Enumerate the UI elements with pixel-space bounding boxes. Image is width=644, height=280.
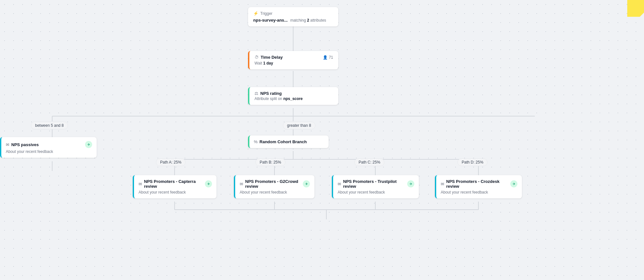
- crozdesk-title: NPS Promoters - Crozdesk review: [446, 179, 510, 189]
- g2crowd-header: ✉ NPS Promoters - G2Crowd review ✈: [240, 179, 310, 189]
- trustpilot-title: NPS Promoters - Trustpilot review: [343, 179, 407, 189]
- time-delay-header: ⏱ Time Delay 👤 71: [255, 55, 333, 60]
- crozdesk-icon: ✉: [441, 182, 444, 186]
- nps-rating-title: NPS rating: [260, 91, 282, 96]
- trigger-header: ⚡ Trigger: [253, 11, 333, 16]
- count-value: 71: [329, 55, 333, 60]
- capterra-title: NPS Promoters - Capterra review: [144, 179, 205, 189]
- capterra-subtitle: About your recent feedback: [139, 190, 212, 195]
- g2crowd-send-icon: ✈: [303, 180, 310, 187]
- nps-passives-icon: ✉: [6, 142, 9, 147]
- random-cohort-title: Random Cohort Branch: [260, 139, 307, 144]
- nps-passives-subtitle: About your recent feedback: [6, 149, 92, 154]
- nps-passives-node[interactable]: ✉ NPS passives ✈ About your recent feedb…: [0, 137, 97, 158]
- time-delay-subtitle: Wait 1 day: [255, 61, 333, 65]
- path-d-label: Path D: 25%: [457, 158, 487, 166]
- crozdesk-node[interactable]: ✉ NPS Promoters - Crozdesk review ✈ Abou…: [435, 175, 522, 198]
- capterra-icon: ✉: [139, 182, 142, 186]
- trigger-name: nps-survey-ans...: [253, 18, 288, 23]
- time-delay-title-row: ⏱ Time Delay: [255, 55, 283, 60]
- nps-rating-node[interactable]: ⚖ NPS rating Attribute split on nps_scor…: [248, 87, 338, 105]
- nps-rating-subtitle: Attribute split on nps_score: [255, 96, 333, 101]
- crozdesk-title-row: ✉ NPS Promoters - Crozdesk review: [441, 179, 510, 189]
- g2crowd-node[interactable]: ✉ NPS Promoters - G2Crowd review ✈ About…: [234, 175, 314, 198]
- nps-passives-title: NPS passives: [11, 142, 39, 147]
- g2crowd-title-row: ✉ NPS Promoters - G2Crowd review: [240, 179, 303, 189]
- time-delay-icon: ⏱: [255, 55, 259, 60]
- trigger-icon: ⚡: [253, 11, 258, 16]
- branch-greater-label: greater than 8: [283, 122, 315, 129]
- trigger-match: matching 2 attributes: [290, 18, 326, 23]
- random-cohort-node[interactable]: % Random Cohort Branch: [248, 135, 329, 148]
- sticky-note: [627, 0, 644, 17]
- trustpilot-send-icon: ✈: [407, 180, 414, 187]
- trigger-node[interactable]: ⚡ Trigger nps-survey-ans... matching 2 a…: [248, 7, 338, 26]
- nps-passives-title-row: ✉ NPS passives: [6, 142, 39, 147]
- trustpilot-node[interactable]: ✉ NPS Promoters - Trustpilot review ✈ Ab…: [332, 175, 419, 198]
- time-delay-node[interactable]: ⏱ Time Delay 👤 71 Wait 1 day: [248, 51, 338, 69]
- g2crowd-subtitle: About your recent feedback: [240, 190, 310, 195]
- time-delay-title: Time Delay: [261, 55, 283, 60]
- random-cohort-title-row: % Random Cohort Branch: [254, 139, 324, 144]
- nps-rating-title-row: ⚖ NPS rating: [255, 91, 333, 96]
- trustpilot-title-row: ✉ NPS Promoters - Trustpilot review: [338, 179, 407, 189]
- crozdesk-header: ✉ NPS Promoters - Crozdesk review ✈: [441, 179, 517, 189]
- capterra-header: ✉ NPS Promoters - Capterra review ✈: [139, 179, 212, 189]
- capterra-node[interactable]: ✉ NPS Promoters - Capterra review ✈ Abou…: [133, 175, 216, 198]
- trigger-label: Trigger: [260, 11, 273, 16]
- trustpilot-header: ✉ NPS Promoters - Trustpilot review ✈: [338, 179, 414, 189]
- path-a-label: Path A: 25%: [156, 158, 186, 166]
- trigger-body: nps-survey-ans... matching 2 attributes: [253, 18, 333, 23]
- crozdesk-subtitle: About your recent feedback: [441, 190, 517, 195]
- g2crowd-title: NPS Promoters - G2Crowd review: [245, 179, 303, 189]
- person-icon: 👤: [323, 55, 328, 60]
- nps-rating-icon: ⚖: [255, 91, 258, 96]
- g2crowd-icon: ✉: [240, 182, 243, 186]
- branch-between-label: between 5 and 8: [31, 122, 68, 129]
- path-b-label: Path B: 25%: [255, 158, 285, 166]
- path-c-label: Path C: 25%: [354, 158, 384, 166]
- capterra-send-icon: ✈: [205, 180, 212, 187]
- time-delay-count: 👤 71: [323, 55, 333, 60]
- trustpilot-subtitle: About your recent feedback: [338, 190, 414, 195]
- capterra-title-row: ✉ NPS Promoters - Capterra review: [139, 179, 205, 189]
- random-cohort-icon: %: [254, 139, 258, 144]
- nps-passives-header: ✉ NPS passives ✈: [6, 141, 92, 148]
- crozdesk-send-icon: ✈: [510, 180, 517, 187]
- trustpilot-icon: ✉: [338, 182, 341, 186]
- nps-passives-send-icon: ✈: [85, 141, 92, 148]
